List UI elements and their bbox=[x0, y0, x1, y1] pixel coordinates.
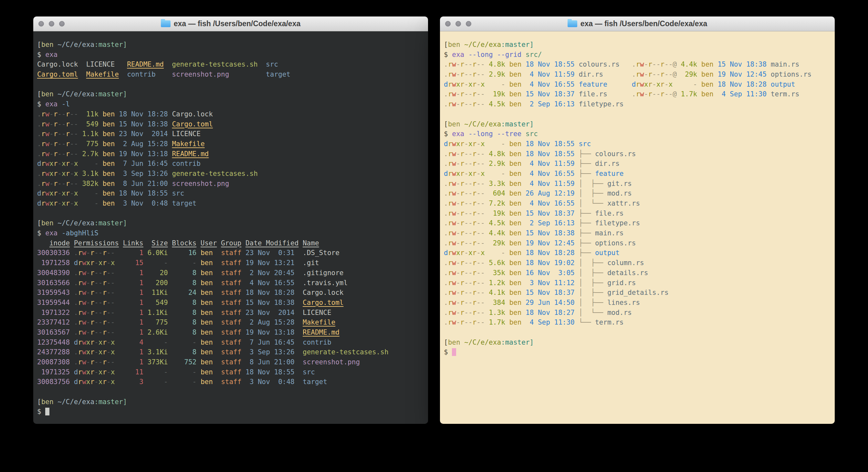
text-segment: 18 Nov 19:02 bbox=[521, 259, 575, 267]
permission-char: - bbox=[111, 358, 115, 366]
text-segment: 2.9k bbox=[485, 160, 505, 168]
title-bar[interactable]: exa — fish /Users/ben/Code/exa/exa bbox=[33, 17, 428, 31]
zoom-button[interactable] bbox=[59, 21, 65, 27]
terminal-line: 30083756 drwxr-xr-x 3 - - ben staff 3 No… bbox=[37, 377, 424, 387]
text-segment: [ bbox=[37, 90, 41, 98]
close-button[interactable] bbox=[445, 21, 451, 27]
permission-char: - bbox=[111, 249, 115, 257]
permission-char: - bbox=[476, 160, 481, 168]
permission-char: - bbox=[481, 229, 485, 237]
permission-char: r bbox=[102, 328, 106, 336]
terminal-line: $ exa --long --grid src/ bbox=[444, 50, 831, 60]
text-segment: ben bbox=[98, 180, 115, 187]
permission-char: r bbox=[90, 368, 94, 376]
permission-char: r bbox=[448, 289, 452, 296]
permission-char: x bbox=[111, 368, 115, 376]
text-segment: 8 bbox=[168, 309, 197, 317]
text-segment: dir.rs bbox=[575, 70, 603, 78]
text-segment: output bbox=[771, 81, 795, 88]
terminal-line: [ben ~/C/e/exa:master] bbox=[444, 337, 831, 348]
permission-char: . bbox=[444, 90, 448, 98]
text-segment: ben bbox=[196, 289, 213, 296]
permission-char: - bbox=[464, 170, 468, 177]
permission-char: r bbox=[660, 60, 664, 68]
text-segment: generate-testcases.sh bbox=[172, 170, 258, 177]
permission-char: - bbox=[456, 219, 460, 227]
permission-char: r bbox=[448, 70, 452, 78]
text-segment bbox=[294, 319, 303, 326]
title-bar[interactable]: exa — fish /Users/ben/Code/exa/exa bbox=[440, 17, 835, 31]
terminal-output[interactable]: [ben ~/C/e/exa:master]$ exaCargo.lock LI… bbox=[33, 31, 428, 424]
permission-char: r bbox=[460, 200, 465, 207]
permission-char: - bbox=[94, 279, 98, 287]
permission-char: r bbox=[660, 81, 664, 88]
text-segment: ben bbox=[505, 140, 522, 148]
zoom-button[interactable] bbox=[466, 21, 471, 27]
text-segment: staff bbox=[213, 249, 242, 257]
terminal-line: [ben ~/C/e/exa:master] bbox=[37, 89, 424, 99]
permission-char: - bbox=[74, 110, 78, 118]
permission-char: - bbox=[58, 200, 62, 207]
permission-char: r bbox=[473, 160, 477, 168]
text-segment bbox=[70, 328, 74, 336]
permission-char: r bbox=[460, 229, 465, 237]
text-segment: 200 bbox=[144, 279, 168, 287]
permission-char: r bbox=[473, 140, 477, 148]
text-segment: [ bbox=[37, 398, 41, 406]
text-segment: ben bbox=[196, 328, 213, 336]
text-segment: 1 bbox=[115, 309, 144, 317]
permission-char: - bbox=[98, 358, 103, 366]
permission-char: - bbox=[58, 120, 62, 128]
permission-char: x bbox=[669, 81, 673, 88]
permission-char: - bbox=[464, 180, 468, 187]
text-segment: ben bbox=[505, 189, 522, 197]
text-segment: 19 Nov 12:45 bbox=[714, 70, 767, 78]
text-segment: 1.7k bbox=[677, 90, 697, 98]
permission-char: r bbox=[473, 239, 477, 247]
permission-char: - bbox=[464, 259, 468, 267]
text-segment: ben bbox=[505, 229, 522, 237]
permission-char: r bbox=[473, 269, 477, 277]
permission-char: w bbox=[82, 358, 86, 366]
text-segment: Date Modified bbox=[246, 239, 299, 247]
permission-char: @ bbox=[673, 60, 677, 68]
permission-char: r bbox=[90, 328, 94, 336]
text-segment: User bbox=[200, 239, 217, 247]
permission-char: r bbox=[473, 200, 477, 207]
permission-char: . bbox=[632, 70, 636, 78]
permission-char: - bbox=[456, 90, 460, 98]
text-segment: 15 Nov 18:38 bbox=[241, 299, 294, 306]
permission-char: - bbox=[58, 150, 62, 158]
permission-char: - bbox=[476, 259, 481, 267]
permission-char: r bbox=[460, 289, 465, 296]
permission-char: - bbox=[106, 378, 111, 386]
text-segment: ben bbox=[41, 398, 54, 406]
permission-char: r bbox=[41, 110, 45, 118]
text-segment bbox=[70, 249, 74, 257]
minimize-button[interactable] bbox=[456, 21, 461, 27]
text-segment: .gitignore bbox=[294, 269, 344, 277]
terminal-line: drwxr-xr-x - ben 7 Jun 16:45 contrib bbox=[37, 159, 424, 169]
permission-char: . bbox=[444, 160, 448, 168]
permission-char: - bbox=[94, 299, 98, 306]
permission-char: r bbox=[473, 81, 477, 88]
permission-char: x bbox=[468, 170, 473, 177]
permission-char: r bbox=[460, 100, 465, 108]
permission-char: . bbox=[444, 100, 448, 108]
text-segment bbox=[607, 90, 632, 98]
terminal-output[interactable]: [ben ~/C/e/exa:master]$ exa --long --gri… bbox=[440, 31, 835, 424]
permission-char: - bbox=[652, 70, 656, 78]
permission-char: x bbox=[62, 160, 66, 168]
minimize-button[interactable] bbox=[49, 21, 54, 27]
permission-char: - bbox=[106, 368, 111, 376]
text-segment: 16 Nov 3:05 bbox=[521, 269, 575, 277]
text-segment: 18 Nov 18:27 bbox=[521, 309, 575, 317]
text-segment bbox=[575, 219, 579, 227]
text-segment: ~/C/e/exa bbox=[54, 41, 94, 49]
permission-char: - bbox=[476, 269, 481, 277]
terminal-line: .rw-r--r-- 2.7k ben 19 Nov 13:18 README.… bbox=[37, 149, 424, 159]
text-segment bbox=[196, 239, 200, 247]
close-button[interactable] bbox=[38, 21, 44, 27]
text-segment: $ bbox=[444, 51, 452, 59]
terminal-line: .rw-r--r-- 19k ben 15 Nov 18:37 ├── file… bbox=[444, 208, 831, 218]
